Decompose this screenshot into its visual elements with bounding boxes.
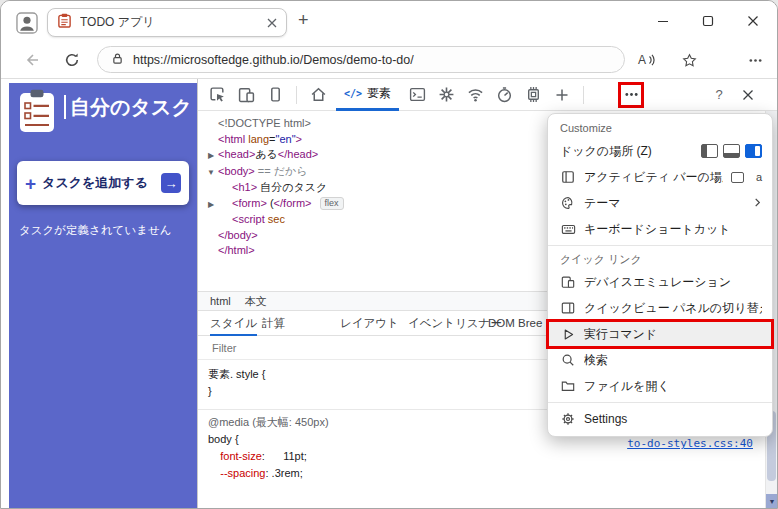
- menu-label: 検索: [584, 352, 762, 369]
- expand-arrow-icon[interactable]: ▶: [204, 197, 218, 213]
- run-command-icon: [560, 328, 576, 341]
- browser-settings-dots-icon[interactable]: [743, 49, 767, 71]
- activity-bar-icon: [560, 170, 576, 184]
- dock-option-icons: [701, 144, 762, 158]
- window-controls: [640, 1, 775, 41]
- menu-item-keyboard-shortcuts[interactable]: キーボードショートカット: [548, 216, 772, 242]
- menu-item-run-command[interactable]: 実行コマンド: [548, 321, 772, 347]
- favorites-star-icon[interactable]: [677, 49, 701, 71]
- maximize-button[interactable]: [685, 1, 730, 41]
- new-tab-button[interactable]: +: [298, 10, 309, 31]
- elements-tab-label: 要素: [367, 85, 391, 102]
- style-rule-line[interactable]: font-size: 11pt;: [208, 448, 765, 465]
- text-cursor: [64, 95, 66, 119]
- customize-devtools-dots-icon[interactable]: [620, 84, 642, 106]
- todo-app-panel: 自分のタスク + タスクを追加する → タスクが定義されていません: [9, 83, 197, 508]
- lock-icon: [111, 51, 124, 69]
- menu-divider: [548, 245, 772, 246]
- tab-elements[interactable]: </> 要素: [336, 79, 399, 111]
- toolbar-divider: [583, 86, 584, 104]
- menu-label: ドックの場所 (Z): [560, 143, 693, 160]
- toolbar-divider: [296, 86, 297, 104]
- style-rule-line[interactable]: --spacing: .3rem;: [208, 465, 765, 482]
- inspect-element-icon[interactable]: [206, 84, 228, 106]
- more-tools-plus-icon[interactable]: [551, 84, 573, 106]
- close-window-button[interactable]: [730, 1, 775, 41]
- menu-label: アクティビティ バーの場所: [584, 169, 723, 186]
- expand-arrow-icon[interactable]: ▼: [204, 165, 218, 181]
- breadcrumb-body[interactable]: 本文: [245, 294, 267, 309]
- read-aloud-icon[interactable]: A: [634, 49, 658, 71]
- menu-header-customize: Customize: [548, 118, 772, 138]
- performance-icon[interactable]: [493, 84, 515, 106]
- menu-label: デバイスエミュレーション: [584, 274, 762, 291]
- sources-icon[interactable]: [435, 84, 457, 106]
- page-content: 自分のタスク + タスクを追加する → タスクが定義されていません: [1, 79, 777, 508]
- breadcrumb-html[interactable]: html: [210, 295, 231, 307]
- minimize-button[interactable]: [640, 1, 685, 41]
- menu-item-activity-bar-location[interactable]: アクティビティ バーの場所 a: [548, 164, 772, 190]
- menu-item-dock-location[interactable]: ドックの場所 (Z): [548, 138, 772, 164]
- tab-close-icon[interactable]: [267, 18, 277, 28]
- gear-icon: [560, 412, 576, 426]
- help-icon[interactable]: ?: [708, 84, 730, 106]
- activity-bar-hint: a: [756, 171, 762, 183]
- app-title: 自分のタスク: [70, 94, 192, 121]
- tab-styles[interactable]: スタイル: [210, 311, 257, 336]
- menu-item-theme[interactable]: テーマ: [548, 190, 772, 216]
- menu-item-search[interactable]: 検索: [548, 347, 772, 373]
- tab-title: TODO アプリ: [80, 14, 259, 31]
- code-brackets-icon: </>: [344, 88, 362, 99]
- network-icon[interactable]: [464, 84, 486, 106]
- menu-label: Settings: [584, 412, 762, 426]
- dock-right-icon[interactable]: [745, 144, 762, 158]
- stylesheet-link[interactable]: to-do-styles.css:40: [627, 437, 753, 450]
- menu-item-quick-view[interactable]: クイックビュー パネルの切り替え: [548, 295, 772, 321]
- menu-item-settings[interactable]: Settings: [548, 406, 772, 432]
- keyboard-icon: [560, 222, 576, 236]
- browser-toolbar: https://microsoftedge.github.io/Demos/de…: [1, 41, 777, 79]
- add-task-button[interactable]: + タスクを追加する →: [17, 161, 189, 205]
- console-icon[interactable]: [406, 84, 428, 106]
- browser-tab[interactable]: TODO アプリ: [47, 8, 287, 37]
- open-file-folder-icon: [560, 379, 576, 393]
- memory-icon[interactable]: [522, 84, 544, 106]
- quick-view-panel-icon: [560, 301, 576, 315]
- refresh-button-icon[interactable]: [61, 49, 83, 71]
- activity-bar-position-icon[interactable]: [731, 172, 744, 183]
- arrow-right-icon: →: [161, 173, 181, 193]
- dock-bottom-icon[interactable]: [723, 144, 740, 158]
- devtools-toolbar: </> 要素: [198, 79, 777, 111]
- add-task-label: タスクを追加する: [42, 174, 155, 192]
- home-icon[interactable]: [307, 84, 329, 106]
- address-bar[interactable]: https://microsoftedge.github.io/Demos/de…: [97, 46, 625, 73]
- device-toolbar-icon[interactable]: [235, 84, 257, 106]
- tab-favicon-icon: [57, 13, 72, 32]
- profile-avatar-icon[interactable]: [14, 10, 39, 35]
- search-icon: [560, 353, 576, 367]
- clipboard-icon: [19, 89, 55, 137]
- filter-input[interactable]: [212, 342, 412, 354]
- chevron-right-icon: [753, 196, 762, 210]
- scroll-down-arrow-icon[interactable]: ▼: [766, 494, 778, 508]
- expand-arrow-icon[interactable]: ▶: [204, 148, 218, 164]
- tab-computed[interactable]: 計算: [262, 311, 285, 336]
- tab-dom-breakpoints[interactable]: DOM Bree: [488, 311, 542, 336]
- menu-item-open-file[interactable]: ファイルを開く: [548, 373, 772, 399]
- menu-item-device-emulation[interactable]: デバイスエミュレーション: [548, 269, 772, 295]
- menu-label: テーマ: [584, 195, 745, 212]
- svg-text:A: A: [638, 53, 646, 67]
- menu-header-quick-links: クイック リンク: [548, 249, 772, 269]
- activity-bar-panel-icon[interactable]: [264, 84, 286, 106]
- menu-label: ファイルを開く: [584, 378, 762, 395]
- browser-window: TODO アプリ +: [0, 0, 778, 509]
- url-text[interactable]: https://microsoftedge.github.io/Demos/de…: [133, 53, 414, 67]
- dock-left-icon[interactable]: [701, 144, 718, 158]
- device-emulation-icon: [560, 275, 576, 289]
- customize-menu: Customize ドックの場所 (Z) アクティビティ バーの場所 a: [547, 113, 773, 437]
- back-button-icon[interactable]: [21, 49, 43, 71]
- close-devtools-icon[interactable]: [737, 84, 759, 106]
- menu-label: キーボードショートカット: [584, 221, 762, 238]
- tab-layout[interactable]: レイアウト: [340, 311, 399, 336]
- menu-divider: [548, 402, 772, 403]
